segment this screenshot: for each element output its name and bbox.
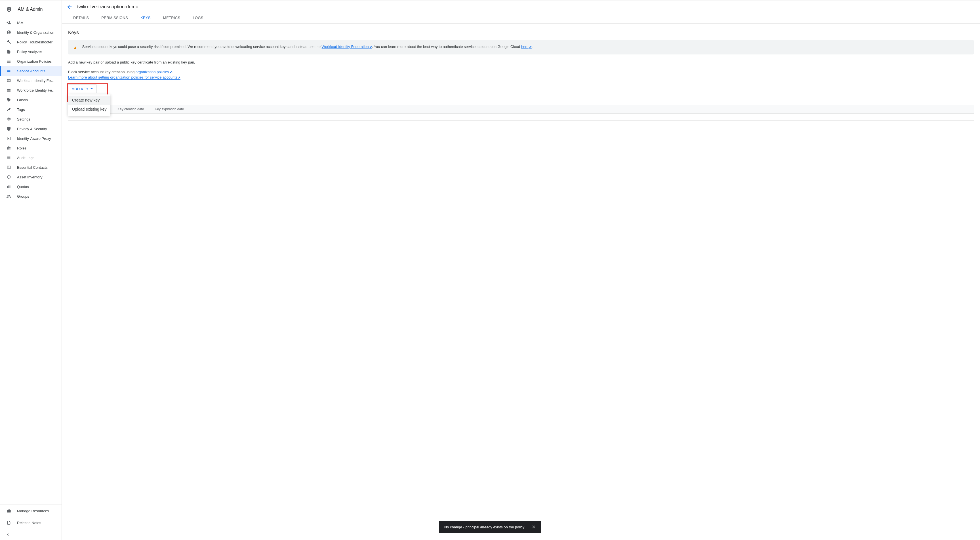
sidebar-item-label: Tags [17,108,25,112]
wif-link[interactable]: Workload Identity Federation⬈ [322,44,372,49]
sidebar-item-label: Policy Analyzer [17,50,42,54]
learn-more-link[interactable]: Learn more about setting organization po… [68,75,180,80]
sidebar-item-quotas[interactable]: Quotas [0,182,62,191]
svg-point-2 [8,71,8,72]
bar-icon [6,184,11,189]
sidebar-item-groups[interactable]: Groups [0,191,62,201]
sidebar-bottom-nav: Manage ResourcesRelease Notes [0,505,62,529]
tab-metrics[interactable]: METRICS [158,13,186,23]
sidebar-item-privacy-security[interactable]: Privacy & Security [0,124,62,133]
sidebar-item-label: Labels [17,98,28,102]
bag-icon [6,508,11,513]
sidebar-item-policy-troubleshooter[interactable]: Policy Troubleshooter [0,37,62,47]
sidebar-item-labels[interactable]: Labels [0,95,62,105]
tab-keys[interactable]: KEYS [135,13,156,23]
here-link[interactable]: here⬈ [521,44,532,49]
tags-icon [6,107,11,112]
sidebar-item-tags[interactable]: Tags [0,105,62,114]
sidebar-item-policy-analyzer[interactable]: Policy Analyzer [0,47,62,56]
sidebar-item-identity-aware-proxy[interactable]: Identity-Aware Proxy [0,133,62,143]
svg-point-3 [8,138,10,139]
iap-icon [6,136,11,141]
tab-permissions[interactable]: PERMISSIONS [96,13,133,23]
sidebar-item-essential-contacts[interactable]: Essential Contacts [0,162,62,172]
external-link-icon: ⬈ [178,76,180,79]
sidebar-item-settings[interactable]: Settings [0,114,62,124]
sidebar-item-label: Quotas [17,185,29,189]
sidebar-item-label: Manage Resources [17,509,49,513]
service-account-icon [6,68,11,73]
keys-table-header: Key creation date Key expiration date [68,105,974,114]
sidebar-item-label: Roles [17,146,26,150]
warning-banner: ▲ Service account keys could pose a secu… [68,40,974,54]
add-key-dropdown: Create new key Upload existing key [68,94,110,116]
toast-message: No change - principal already exists on … [444,525,525,529]
sidebar-item-label: Organization Policies [17,59,52,64]
account-circle-icon [6,30,11,35]
dropdown-item-create[interactable]: Create new key [68,95,110,105]
list-box-icon [6,59,11,64]
sidebar: IAM & Admin IAMIdentity & OrganizationPo… [0,0,62,540]
toast: No change - principal already exists on … [439,521,541,533]
add-key-button[interactable]: ADD KEY [68,84,97,93]
wrench-icon [6,40,11,44]
org-policies-link[interactable]: organization policies⬈ [135,70,172,74]
banner-text: Service account keys could pose a securi… [82,44,533,50]
chevron-left-icon [6,532,10,537]
sidebar-item-label: Groups [17,194,29,199]
roles-icon [6,146,11,150]
tab-details[interactable]: DETAILS [68,13,94,23]
contacts-icon [6,165,11,170]
section-title: Keys [68,30,974,35]
sidebar-collapse-button[interactable] [0,529,62,540]
sidebar-item-label: Identity & Organization [17,30,54,35]
iam-shield-icon [6,6,12,13]
sidebar-item-label: Settings [17,117,30,121]
sidebar-item-label: Policy Troubleshooter [17,40,52,44]
sidebar-item-label: Workforce Identity Federa... [17,88,56,92]
table-col-expiration: Key expiration date [151,105,188,113]
dropdown-item-upload[interactable]: Upload existing key [68,105,110,114]
sidebar-item-workforce-identity-federa-[interactable]: Workforce Identity Federa... [0,85,62,95]
notes-icon [6,521,11,525]
sidebar-item-service-accounts[interactable]: Service Accounts [0,66,62,76]
sidebar-item-label: Release Notes [17,521,41,525]
tag-icon [6,98,11,102]
sidebar-title: IAM & Admin [16,7,43,12]
tabs: DETAILSPERMISSIONSKEYSMETRICSLOGS [62,13,980,24]
sidebar-item-asset-inventory[interactable]: Asset Inventory [0,172,62,182]
sidebar-item-label: IAM [17,21,24,25]
toast-close-button[interactable] [531,525,536,529]
page-title: twilio-live-transcription-demo [77,4,138,10]
wif-icon [6,78,11,83]
sidebar-item-iam[interactable]: IAM [0,18,62,27]
sidebar-nav: IAMIdentity & OrganizationPolicy Trouble… [0,18,62,201]
person-add-icon [6,21,11,25]
sidebar-item-identity-organization[interactable]: Identity & Organization [0,27,62,37]
groups-icon [6,194,11,199]
main-content: twilio-live-transcription-demo DETAILSPE… [62,0,980,540]
sidebar-item-audit-logs[interactable]: Audit Logs [0,153,62,162]
page-header: twilio-live-transcription-demo [62,1,980,13]
workforce-icon [6,88,11,92]
sidebar-item-roles[interactable]: Roles [0,143,62,153]
caret-down-icon [90,87,93,90]
back-arrow-button[interactable] [67,4,73,10]
diamond-icon [6,175,11,179]
table-col-creation: Key creation date [113,105,148,113]
svg-point-1 [8,70,8,70]
sidebar-item-label: Asset Inventory [17,175,43,179]
intro-text: Add a new key pair or upload a public ke… [68,60,974,65]
sidebar-item-label: Privacy & Security [17,127,47,131]
sidebar-item-organization-policies[interactable]: Organization Policies [0,56,62,66]
sidebar-item-label: Service Accounts [17,69,45,73]
sidebar-item-label: Audit Logs [17,156,34,160]
shield-icon [6,127,11,131]
external-link-icon: ⬈ [529,45,532,49]
warning-icon: ▲ [73,44,77,51]
sidebar-item-release-notes[interactable]: Release Notes [0,517,62,529]
sidebar-item-workload-identity-federat-[interactable]: Workload Identity Federat... [0,76,62,85]
sidebar-item-manage-resources[interactable]: Manage Resources [0,505,62,517]
svg-point-0 [8,8,10,10]
tab-logs[interactable]: LOGS [188,13,208,23]
